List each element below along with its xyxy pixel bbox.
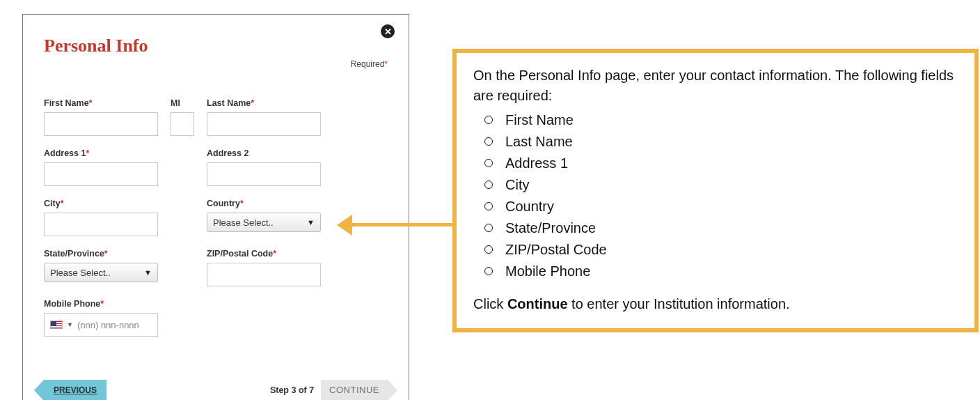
mobile-phone-placeholder: (nnn) nnn-nnnn [77,320,152,330]
label-state: State/Province* [44,249,158,259]
personal-info-dialog: ✕ Personal Info Required* First Name* MI… [22,14,409,400]
required-hint: Required* [351,59,388,69]
previous-button[interactable]: PREVIOUS [44,380,106,400]
country-select-value: Please Select.. [213,217,274,228]
chevron-down-icon: ▼ [307,218,315,226]
us-flag-icon [50,321,63,329]
mi-field[interactable] [171,112,194,136]
first-name-field[interactable] [44,112,158,136]
form: First Name* MI Last Name* Addres [44,98,388,337]
address1-field[interactable] [44,162,158,186]
label-zip: ZIP/Postal Code* [207,249,321,259]
list-item: ZIP/Postal Code [479,240,958,260]
instruction-final: Click Continue to enter your Institution… [473,294,958,314]
label-mi: MI [171,98,194,108]
list-item: State/Province [479,218,958,238]
instruction-intro: On the Personal Info page, enter your co… [473,66,958,106]
country-select[interactable]: Please Select.. ▼ [207,213,321,232]
label-address2: Address 2 [207,148,321,158]
label-last-name: Last Name* [207,98,321,108]
zip-field[interactable] [207,263,321,286]
list-item: Last Name [479,132,958,152]
list-item: Country [479,197,958,217]
label-first-name: First Name* [44,98,158,108]
chevron-down-icon: ▼ [144,268,152,277]
label-city: City* [44,199,158,208]
continue-button[interactable]: CONTINUE [321,380,388,400]
state-select-value: Please Select.. [50,268,111,278]
label-country: Country* [207,199,321,208]
close-icon[interactable]: ✕ [381,24,395,38]
label-mobile: Mobile Phone* [44,299,158,309]
list-item: First Name [479,110,958,130]
label-address1: Address 1* [44,148,158,158]
list-item: Mobile Phone [479,261,958,282]
callout-arrow [337,215,457,236]
state-select[interactable]: Please Select.. ▼ [44,263,158,282]
mobile-phone-field[interactable]: ▼ (nnn) nnn-nnnn [44,313,158,337]
page-title: Personal Info [44,36,388,56]
list-item: City [479,175,958,195]
last-name-field[interactable] [207,112,321,136]
required-fields-list: First Name Last Name Address 1 City Coun… [479,110,958,282]
chevron-down-icon[interactable]: ▼ [67,321,73,328]
instruction-panel: On the Personal Info page, enter your co… [452,49,979,332]
list-item: Address 1 [479,153,958,174]
step-indicator: Step 3 of 7 [270,385,314,395]
address2-field[interactable] [207,162,321,186]
city-field[interactable] [44,213,158,236]
arrow-left-icon [337,215,352,236]
